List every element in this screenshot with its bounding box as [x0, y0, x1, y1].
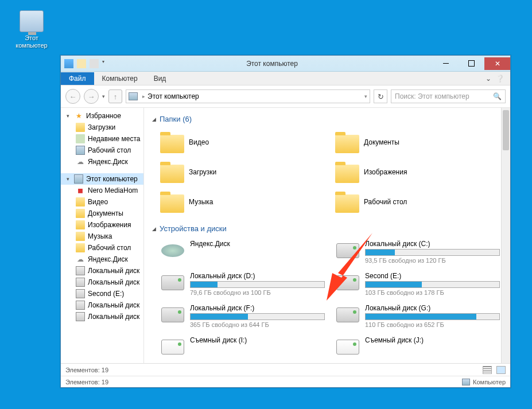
- scrollbar-thumb[interactable]: [503, 110, 509, 150]
- nav-music[interactable]: Музыка: [61, 231, 143, 242]
- status-item-count-2: Элементов: 19: [65, 379, 108, 385]
- nav-downloads[interactable]: Загрузки: [61, 122, 143, 133]
- status-bar: Элементов: 19: [61, 363, 510, 376]
- qat-properties-icon[interactable]: [90, 59, 99, 68]
- navigation-pane: ▾★Избранное Загрузки Недавние места Рабо…: [61, 108, 144, 363]
- qat-new-folder-icon[interactable]: [77, 59, 86, 68]
- address-dropdown-icon[interactable]: ▾: [364, 94, 367, 99]
- nav-desktop[interactable]: Рабочий стол: [61, 145, 143, 156]
- hard-drive-icon: [161, 307, 184, 322]
- desktop-this-pc-icon[interactable]: Этот компьютер: [11, 10, 52, 49]
- nav-desktop2[interactable]: Рабочий стол: [61, 242, 143, 254]
- breadcrumb-separator-icon: ▸: [142, 94, 145, 99]
- nav-localdisk4[interactable]: Локальный диск: [61, 311, 143, 322]
- desktop-icon-label: Этот компьютер: [11, 34, 52, 49]
- group-devices-header[interactable]: ◢Устройства и диски: [146, 222, 508, 235]
- nav-nero[interactable]: ◼Nero MediaHom: [61, 185, 143, 196]
- back-button[interactable]: ←: [65, 89, 80, 104]
- search-placeholder: Поиск: Этот компьютер: [395, 92, 469, 100]
- forward-button[interactable]: →: [84, 89, 99, 104]
- minimize-button[interactable]: [433, 57, 459, 70]
- nav-this-pc[interactable]: ▾Этот компьютер: [61, 173, 143, 185]
- window-icon: [64, 59, 73, 68]
- computer-icon: [20, 10, 44, 32]
- drive-c[interactable]: Локальный диск (C:)93,5 ГБ свободно из 1…: [333, 237, 502, 266]
- ribbon-tabs: Файл Компьютер Вид ⌄ ❔: [61, 72, 510, 85]
- up-button[interactable]: ↑: [108, 89, 122, 103]
- status-item-count: Элементов: 19: [65, 367, 108, 373]
- nav-second-e[interactable]: Second (E:): [61, 288, 143, 299]
- nav-yandex-disk[interactable]: ☁Яндекс.Диск: [61, 156, 143, 168]
- drive-g[interactable]: Локальный диск (G:)110 ГБ свободно из 65…: [333, 302, 502, 330]
- search-input[interactable]: Поиск: Этот компьютер 🔍: [391, 89, 506, 103]
- nav-documents[interactable]: Документы: [61, 208, 143, 219]
- status-computer: Компьютер: [462, 379, 506, 385]
- help-icon[interactable]: ❔: [496, 75, 510, 83]
- address-bar: ← → ▾ ↑ ▸ Этот компьютер ▾ ↻ Поиск: Этот…: [61, 85, 510, 108]
- breadcrumb[interactable]: ▸ Этот компьютер ▾: [126, 89, 370, 103]
- window-title: Этот компьютер: [111, 60, 433, 68]
- folder-desktop[interactable]: Рабочий стол: [333, 188, 502, 216]
- quick-access-toolbar: ▾: [61, 59, 111, 68]
- nav-localdisk2[interactable]: Локальный диск: [61, 276, 143, 288]
- refresh-button[interactable]: ↻: [374, 89, 387, 103]
- nav-localdisk[interactable]: Локальный диск: [61, 265, 143, 276]
- scrollbar[interactable]: [501, 108, 510, 363]
- folder-downloads[interactable]: Загрузки: [158, 158, 327, 186]
- removable-drive-icon: [161, 340, 184, 355]
- nav-pictures[interactable]: Изображения: [61, 219, 143, 231]
- close-button[interactable]: [484, 57, 510, 70]
- tab-view[interactable]: Вид: [146, 72, 174, 85]
- nav-recent[interactable]: Недавние места: [61, 133, 143, 145]
- tab-computer[interactable]: Компьютер: [94, 72, 146, 85]
- view-large-icons-icon[interactable]: [496, 366, 506, 374]
- nav-yandex-disk2[interactable]: ☁Яндекс.Диск: [61, 254, 143, 265]
- view-details-icon[interactable]: [483, 366, 492, 374]
- drive-e[interactable]: Second (E:)103 ГБ свободно из 178 ГБ: [333, 270, 502, 298]
- history-dropdown-icon[interactable]: ▾: [102, 94, 105, 99]
- drive-i[interactable]: Съемный диск (I:): [158, 334, 327, 360]
- hard-drive-icon: [336, 275, 359, 290]
- qat-dropdown-icon[interactable]: ▾: [102, 59, 111, 68]
- search-icon: 🔍: [493, 92, 502, 100]
- folder-music[interactable]: Музыка: [158, 188, 327, 216]
- yandex-disk-icon: [161, 244, 184, 257]
- computer-icon: [462, 379, 470, 385]
- nav-localdisk3[interactable]: Локальный диск: [61, 299, 143, 311]
- nav-video[interactable]: Видео: [61, 196, 143, 208]
- hard-drive-icon: [336, 243, 359, 258]
- removable-drive-icon: [336, 340, 359, 355]
- secondary-status-bar: Элементов: 19 Компьютер: [61, 376, 510, 387]
- nav-favorites[interactable]: ▾★Избранное: [61, 110, 143, 122]
- computer-icon: [129, 92, 138, 100]
- hard-drive-icon: [161, 275, 184, 290]
- explorer-window: ▾ Этот компьютер Файл Компьютер Вид ⌄ ❔ …: [60, 55, 511, 388]
- titlebar[interactable]: ▾ Этот компьютер: [61, 56, 510, 72]
- folder-documents[interactable]: Документы: [333, 128, 502, 157]
- breadcrumb-location: Этот компьютер: [147, 92, 199, 100]
- group-folders-header[interactable]: ◢Папки (6): [146, 112, 508, 126]
- folder-pictures[interactable]: Изображения: [333, 158, 502, 186]
- drive-d[interactable]: Локальный диск (D:)79,6 ГБ свободно из 1…: [158, 270, 327, 298]
- content-pane: ◢Папки (6) Видео Документы Загрузки Изоб…: [144, 108, 510, 363]
- drive-f[interactable]: Локальный диск (F:)365 ГБ свободно из 64…: [158, 302, 327, 330]
- drive-j[interactable]: Съемный диск (J:): [333, 334, 502, 360]
- hard-drive-icon: [336, 307, 359, 322]
- tab-file[interactable]: Файл: [61, 72, 94, 85]
- ribbon-expand-icon[interactable]: ⌄: [486, 75, 496, 83]
- drive-yandex-disk[interactable]: Яндекс.Диск: [158, 237, 327, 266]
- folder-video[interactable]: Видео: [158, 128, 327, 157]
- maximize-button[interactable]: [459, 57, 484, 70]
